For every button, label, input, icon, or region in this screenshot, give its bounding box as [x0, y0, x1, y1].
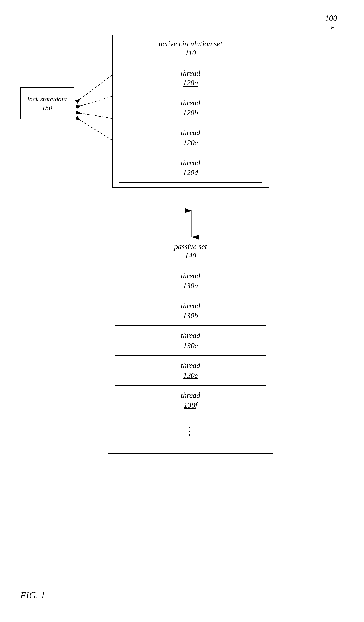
- thread-box-120a: thread 120a: [119, 63, 262, 93]
- thread-box-120b: thread 120b: [119, 93, 262, 123]
- thread-id-130f: 130f: [184, 401, 197, 409]
- arrow-120c-to-lock: [76, 113, 112, 118]
- thread-id-130e: 130e: [183, 371, 198, 379]
- lock-state-id: 150: [42, 104, 52, 111]
- arrow-120d-to-lock: [76, 118, 112, 140]
- thread-box-130a: thread 130a: [115, 266, 266, 296]
- active-circulation-set-box: active circulation set 110 thread 120a t…: [112, 35, 269, 188]
- thread-label-130c: thread: [181, 331, 200, 340]
- thread-label-130f: thread: [181, 391, 200, 399]
- passive-thread-list: thread 130a thread 130b thread 130c thre…: [108, 261, 273, 453]
- passive-set-title: passive set 140: [108, 238, 273, 261]
- figure-number-arrow: ↙: [328, 23, 337, 32]
- lock-state-box: lock state/data 150: [20, 87, 74, 119]
- thread-id-120d: 120d: [183, 168, 198, 177]
- thread-id-130b: 130b: [183, 311, 198, 320]
- active-set-id: 110: [185, 49, 196, 57]
- thread-box-130b: thread 130b: [115, 296, 266, 326]
- thread-box-130f: thread 130f: [115, 386, 266, 415]
- passive-set-title-text: passive set: [174, 242, 207, 251]
- thread-label-130b: thread: [181, 301, 200, 310]
- thread-id-130c: 130c: [183, 341, 198, 350]
- thread-label-120c: thread: [181, 128, 200, 137]
- thread-id-120a: 120a: [183, 79, 198, 87]
- passive-set-id: 140: [185, 252, 196, 260]
- thread-box-130e: thread 130e: [115, 356, 266, 386]
- active-set-title: active circulation set 110: [113, 35, 268, 58]
- active-thread-list: thread 120a thread 120b thread 120c thre…: [113, 58, 268, 187]
- thread-id-130a: 130a: [183, 282, 198, 290]
- thread-box-130c: thread 130c: [115, 326, 266, 355]
- thread-label-130a: thread: [181, 272, 200, 280]
- arrow-120a-to-lock: [76, 75, 112, 102]
- passive-set-box: passive set 140 thread 130a thread 130b …: [108, 238, 273, 454]
- thread-id-120b: 120b: [183, 109, 198, 117]
- thread-ellipsis: ⋮: [115, 415, 266, 449]
- figure-number: 100: [325, 13, 337, 23]
- arrow-120b-to-lock: [76, 96, 112, 107]
- thread-label-130e: thread: [181, 361, 200, 369]
- page: 100 ↙ active circulation set 110 thread …: [0, 0, 364, 622]
- thread-box-120c: thread 120c: [119, 123, 262, 153]
- thread-label-120b: thread: [181, 99, 200, 107]
- thread-label-120a: thread: [181, 69, 200, 77]
- ellipsis-text: ⋮: [184, 425, 197, 437]
- thread-id-120c: 120c: [183, 138, 198, 147]
- thread-label-120d: thread: [181, 158, 200, 167]
- fig-label: FIG. 1: [20, 590, 45, 601]
- lock-state-label: lock state/data: [27, 95, 67, 103]
- thread-box-120d: thread 120d: [119, 153, 262, 183]
- active-set-title-text: active circulation set: [159, 39, 222, 48]
